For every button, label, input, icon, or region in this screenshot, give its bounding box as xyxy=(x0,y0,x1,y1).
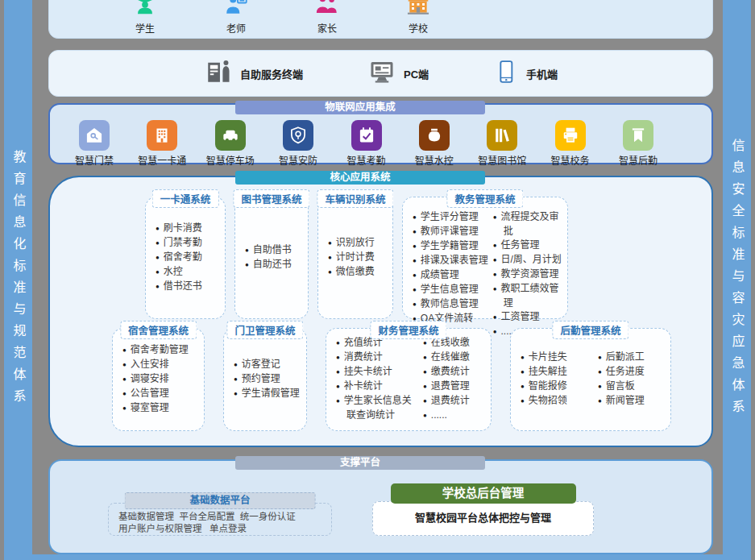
feature-item: 访客登记 xyxy=(234,358,300,372)
channel-mobile: 手机端 xyxy=(493,59,558,88)
door-access-icon xyxy=(79,120,110,151)
finance-system-box: 财务管理系统 充值统计消费统计挂失卡统计补卡统计学生家长信息关联查询统计 在线收… xyxy=(326,328,492,431)
feature-item: 入住安排 xyxy=(122,358,189,372)
library-system-box: 图书管理系统 自助借书自助还书 xyxy=(234,197,309,319)
feature-item: 流程提交及审批 xyxy=(493,210,562,239)
role-label: 老师 xyxy=(226,21,246,35)
feature-item: 自助还书 xyxy=(245,258,292,272)
feature-item: ...... xyxy=(423,409,470,423)
feature-item: 预约管理 xyxy=(234,372,300,387)
feature-item: 寝室管理 xyxy=(122,401,189,416)
iot-label: 智慧后勤 xyxy=(619,153,658,167)
support-panel-title: 支撑平台 xyxy=(235,456,485,470)
feature-item: 水控 xyxy=(156,265,202,280)
logistics-system-box: 后勤管理系统 卡片挂失挂失解挂智能报修失物招领 后勤派工任务进度留言板新闻管理 xyxy=(510,328,671,431)
left-standards-bar: 教育信息化标准与规范体系 xyxy=(4,0,32,560)
feature-item: 排课及课表管理 xyxy=(413,254,490,268)
feature-item: 缴费统计 xyxy=(423,365,470,380)
school-admin-title: 学校总后台管理 xyxy=(391,483,576,504)
school-admin-text: 智慧校园平台总体把控与管理 xyxy=(373,502,593,534)
system-box-title: 图书管理系统 xyxy=(233,189,309,208)
bottom-frame-strip xyxy=(4,554,751,560)
role-label: 家长 xyxy=(317,21,337,35)
feature-item: 教师评课管理 xyxy=(413,225,490,239)
role-teacher: 老师 xyxy=(205,0,268,35)
security-icon xyxy=(283,120,313,151)
feature-list: 流程提交及审批任务管理日/周、月计划教学资源管理教职工绩效管理工资管理.....… xyxy=(493,210,562,339)
iot-label: 智慧校务 xyxy=(551,153,590,167)
teacher-icon xyxy=(224,0,248,20)
system-box-title: 门卫管理系统 xyxy=(226,321,303,339)
feature-item: 学生评分管理 xyxy=(413,210,490,225)
access-channels-panel: 自助服务终端 PC端 xyxy=(48,50,713,97)
iot-label: 智慧一卡通 xyxy=(138,153,186,167)
feature-item: 失物招领 xyxy=(521,394,595,409)
feature-item: 教职工绩效管理 xyxy=(493,282,562,310)
feature-item: 消费统计 xyxy=(336,351,420,365)
iot-label: 智慧水控 xyxy=(415,153,454,167)
feature-item: 教师信息管理 xyxy=(413,297,490,312)
base-data-platform-box: 基础数据平台 基础数据管理 平台全局配置 统一身份认证 用户账户与权限管理 单点… xyxy=(108,503,332,536)
iot-security: 智慧安防 xyxy=(267,120,330,167)
feature-item: 借书还书 xyxy=(156,280,202,294)
iot-onecard: 智慧一卡通 xyxy=(131,120,193,167)
iot-label: 智慧安防 xyxy=(279,153,317,167)
channel-label: PC端 xyxy=(404,66,429,81)
system-box-title: 财务管理系统 xyxy=(370,321,446,339)
feature-item: 自助借书 xyxy=(245,243,292,258)
library-icon xyxy=(487,120,517,151)
iot-label: 智慧考勤 xyxy=(346,153,385,167)
academic-system-box: 教务管理系统 学生评分管理教师评课管理学生学籍管理排课及课表管理成绩管理学生信息… xyxy=(402,197,568,319)
role-label: 学生 xyxy=(135,21,155,35)
right-standards-label: 信息安全标准与容灾应急体系 xyxy=(728,139,747,421)
channel-label: 自助服务终端 xyxy=(240,66,303,81)
left-standards-label: 教育信息化标准与规范体系 xyxy=(9,150,28,411)
feature-item: 卡片挂失 xyxy=(521,351,595,365)
feature-item: 留言板 xyxy=(598,380,645,394)
core-systems-panel: 核心应用系统 一卡通系统 刷卡消费门禁考勤宿舍考勤水控借书还书 图书管理系统 自… xyxy=(48,176,713,447)
feature-item: 补卡统计 xyxy=(336,380,420,394)
feature-item: 退费统计 xyxy=(423,394,470,409)
system-box-title: 后勤管理系统 xyxy=(552,321,628,339)
dorm-system-box: 宿舍管理系统 宿舍考勤管理入住安排调寝安排公告管理寝室管理 xyxy=(112,328,205,431)
iot-label: 智慧图书馆 xyxy=(478,153,526,167)
iot-water: 智慧水控 xyxy=(403,120,466,167)
feature-item: 日/周、月计划 xyxy=(493,253,562,268)
feature-item: 门禁考勤 xyxy=(156,236,202,251)
channel-kiosk: 自助服务终端 xyxy=(204,57,303,89)
onecard-icon xyxy=(147,120,177,151)
feature-item: 任务管理 xyxy=(493,239,562,253)
feature-list: 访客登记预约管理学生请假管理 xyxy=(234,358,300,401)
feature-item: 调寝安排 xyxy=(122,372,189,387)
channel-label: 手机端 xyxy=(526,66,558,81)
right-standards-bar: 信息安全标准与容灾应急体系 xyxy=(723,0,751,560)
feature-item: 挂失卡统计 xyxy=(336,365,420,380)
school-admin-box: 学校总后台管理 智慧校园平台总体把控与管理 xyxy=(372,501,594,536)
feature-item: 学生信息管理 xyxy=(413,283,490,297)
feature-item: 微信缴费 xyxy=(328,265,375,280)
iot-library: 智慧图书馆 xyxy=(471,120,533,167)
feature-item: 退费管理 xyxy=(423,380,470,394)
feature-list: 自助借书自助还书 xyxy=(245,243,292,272)
support-platform-panel: 支撑平台 基础数据平台 基础数据管理 平台全局配置 统一身份认证 用户账户与权限… xyxy=(48,459,713,554)
feature-item: 教学资源管理 xyxy=(493,268,562,282)
feature-list: 学生评分管理教师评课管理学生学籍管理排课及课表管理成绩管理学生信息管理教师信息管… xyxy=(413,210,490,339)
role-label: 学校 xyxy=(409,21,428,35)
iot-label: 智慧门禁 xyxy=(75,153,114,167)
role-school: 学校 xyxy=(387,0,450,35)
phone-icon xyxy=(493,59,519,88)
school-affairs-icon xyxy=(555,120,586,151)
feature-list: 识别放行计时计费微信缴费 xyxy=(328,236,375,280)
base-data-platform-title: 基础数据平台 xyxy=(125,492,316,509)
iot-school-affairs: 智慧校务 xyxy=(539,120,602,167)
onecard-system-box: 一卡通系统 刷卡消费门禁考勤宿舍考勤水控借书还书 xyxy=(145,197,226,319)
role-parent: 家长 xyxy=(296,0,359,35)
feature-item: 在线催缴 xyxy=(423,351,470,365)
feature-item: 识别放行 xyxy=(328,236,375,251)
system-box-title: 车辆识别系统 xyxy=(317,189,393,208)
feature-item: 任务进度 xyxy=(598,365,645,380)
feature-list: 卡片挂失挂失解挂智能报修失物招领 xyxy=(521,351,595,409)
parking-icon xyxy=(215,120,246,151)
feature-item: 后勤派工 xyxy=(598,351,645,365)
kiosk-icon xyxy=(204,57,233,89)
